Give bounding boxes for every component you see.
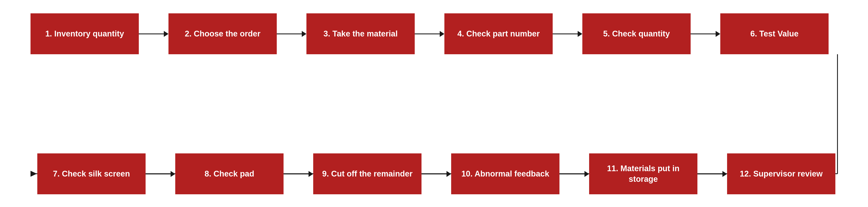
arrow-line	[283, 174, 309, 174]
arrow-1-2	[139, 31, 168, 37]
arrow-3-4	[415, 31, 444, 37]
arrow-head	[578, 31, 582, 37]
step-10[interactable]: 10. Abnormal feedback	[451, 153, 559, 194]
arrow-head	[722, 171, 727, 177]
arrow-head	[440, 31, 444, 37]
row-2: 7. Check silk screen 8. Check pad 9. Cut…	[37, 153, 837, 194]
step-6[interactable]: 6. Test Value	[720, 13, 829, 54]
arrow-9-10	[422, 171, 451, 177]
step-9[interactable]: 9. Cut off the remainder	[313, 153, 422, 194]
arrow-line	[415, 33, 440, 34]
arrow-line	[146, 174, 170, 174]
arrow-2-3	[277, 31, 306, 37]
arrow-line	[691, 33, 716, 34]
svg-marker-3	[31, 171, 37, 177]
step-4[interactable]: 4. Check part number	[444, 13, 553, 54]
arrow-line	[139, 33, 164, 34]
flowchart-container: 1. Inventory quantity 2. Choose the orde…	[0, 0, 868, 207]
step-11[interactable]: 11. Materials put in storage	[589, 153, 698, 194]
step-1[interactable]: 1. Inventory quantity	[31, 13, 139, 54]
arrow-line	[277, 33, 302, 34]
arrow-line	[422, 174, 446, 174]
row-1: 1. Inventory quantity 2. Choose the orde…	[31, 13, 837, 54]
arrow-head	[309, 171, 313, 177]
arrow-head	[164, 31, 168, 37]
step-7[interactable]: 7. Check silk screen	[37, 153, 146, 194]
arrow-head	[170, 171, 175, 177]
arrow-7-8	[146, 171, 175, 177]
arrow-line	[553, 33, 578, 34]
arrow-10-11	[559, 171, 589, 177]
arrow-line	[698, 174, 722, 174]
arrow-8-9	[283, 171, 313, 177]
step-12[interactable]: 12. Supervisor review	[727, 153, 835, 194]
arrow-5-6	[691, 31, 720, 37]
arrow-line	[559, 174, 585, 174]
step-2[interactable]: 2. Choose the order	[168, 13, 277, 54]
step-5[interactable]: 5. Check quantity	[582, 13, 691, 54]
arrow-4-5	[553, 31, 582, 37]
arrow-head	[585, 171, 589, 177]
arrow-11-12	[698, 171, 727, 177]
arrow-head	[716, 31, 720, 37]
arrow-head	[446, 171, 451, 177]
step-3[interactable]: 3. Take the material	[306, 13, 415, 54]
arrow-head	[302, 31, 306, 37]
step-8[interactable]: 8. Check pad	[175, 153, 283, 194]
